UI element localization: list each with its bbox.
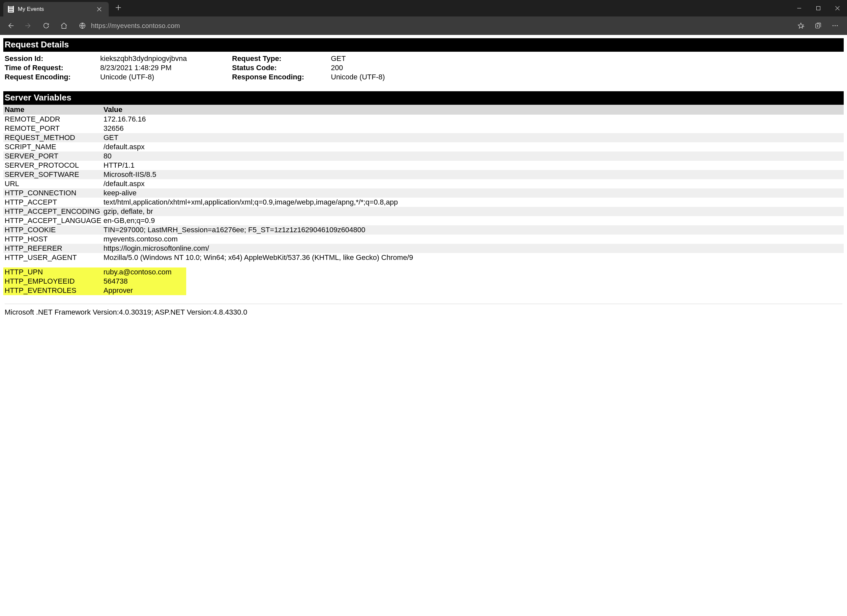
request-encoding-value: Unicode (UTF-8) [100,73,232,81]
server-var-row: SCRIPT_NAME/default.aspx [3,142,844,152]
server-vars-header: Name Value [3,105,844,115]
home-button[interactable] [56,18,72,34]
close-window-button[interactable] [828,0,847,16]
server-var-value: 564738 [103,277,185,286]
browser-tab[interactable]: My Events [3,2,109,16]
server-var-row: HTTP_ACCEPT_ENCODINGgzip, deflate, br [3,207,844,216]
server-var-value: ruby.a@contoso.com [103,268,185,276]
close-tab-button[interactable] [96,6,103,12]
svg-point-3 [832,25,834,27]
time-of-request-label: Time of Request: [4,63,100,72]
server-var-row: SERVER_PORT80 [3,152,844,161]
server-var-name: SERVER_SOFTWARE [4,170,103,179]
page-viewport[interactable]: Request Details Session Id: kiekszqbh3dy… [0,35,847,616]
server-var-value: Approver [103,286,185,295]
minimize-button[interactable] [789,0,809,16]
settings-menu-button[interactable] [827,18,843,34]
server-var-name: SERVER_PORT [4,152,103,161]
url-text: https://myevents.contoso.com [91,22,180,29]
back-button[interactable] [3,18,18,34]
request-type-label: Request Type: [232,55,331,63]
server-var-name: URL [4,180,103,188]
session-id-label: Session Id: [4,55,100,63]
request-type-value: GET [331,55,843,63]
request-encoding-label: Request Encoding: [4,73,100,81]
server-var-name: HTTP_CONNECTION [4,189,103,197]
refresh-button[interactable] [38,18,54,34]
highlighted-vars: HTTP_UPNruby.a@contoso.comHTTP_EMPLOYEEI… [3,267,844,295]
favorites-button[interactable] [793,18,809,34]
server-var-value: myevents.contoso.com [103,235,843,243]
site-identity-icon[interactable] [78,21,87,30]
window-controls [789,0,847,16]
server-var-row: HTTP_ACCEPT_LANGUAGEen-GB,en;q=0.9 [3,216,844,225]
server-var-row: HTTP_COOKIETIN=297000; LastMRH_Session=a… [3,225,844,234]
tab-title: My Events [18,6,44,13]
server-var-row: HTTP_REFERERhttps://login.microsoftonlin… [3,244,844,253]
server-var-value: gzip, deflate, br [103,207,843,216]
svg-point-4 [835,25,836,27]
session-id-value: kiekszqbh3dydnpiogvjbvna [100,55,232,63]
server-var-name: REMOTE_PORT [4,124,103,133]
server-var-value: keep-alive [103,189,843,197]
server-vars-body: REMOTE_ADDR172.16.76.16REMOTE_PORT32656R… [3,115,844,262]
framework-footer: Microsoft .NET Framework Version:4.0.303… [3,308,844,317]
collections-button[interactable] [810,18,826,34]
trace-page: Request Details Session Id: kiekszqbh3dy… [0,38,847,317]
highlighted-var-row: HTTP_UPNruby.a@contoso.com [3,267,186,277]
forward-button[interactable] [21,18,36,34]
request-details: Session Id: kiekszqbh3dydnpiogvjbvna Req… [3,52,844,91]
server-var-value: 80 [103,152,843,161]
server-var-value: /default.aspx [103,180,843,188]
server-var-row: HTTP_ACCEPTtext/html,application/xhtml+x… [3,197,844,207]
server-var-name: HTTP_EVENTROLES [4,286,103,295]
browser-window: My Events [0,0,847,616]
address-bar[interactable]: https://myevents.contoso.com [74,19,791,32]
svg-rect-0 [817,7,820,10]
highlighted-var-row: HTTP_EMPLOYEEID564738 [3,277,186,286]
server-var-name: HTTP_UPN [4,268,103,276]
status-code-label: Status Code: [232,63,331,72]
server-var-name: SCRIPT_NAME [4,143,103,151]
server-var-row: URL/default.aspx [3,179,844,189]
server-var-value: https://login.microsoftonline.com/ [103,244,843,253]
status-code-value: 200 [331,63,843,72]
server-var-value: Mozilla/5.0 (Windows NT 10.0; Win64; x64… [103,253,843,262]
server-var-row: HTTP_USER_AGENTMozilla/5.0 (Windows NT 1… [3,253,844,262]
server-var-name: REQUEST_METHOD [4,133,103,142]
page-icon [8,6,14,13]
request-details-heading: Request Details [3,38,844,52]
server-var-row: REMOTE_PORT32656 [3,124,844,133]
server-var-value: GET [103,133,843,142]
server-var-name: HTTP_ACCEPT_LANGUAGE [4,217,103,225]
server-var-name: HTTP_ACCEPT_ENCODING [4,207,103,216]
server-var-name: SERVER_PROTOCOL [4,161,103,169]
server-var-value: Microsoft-IIS/8.5 [103,170,843,179]
server-var-name: REMOTE_ADDR [4,115,103,124]
col-value: Value [103,105,843,114]
server-var-name: HTTP_HOST [4,235,103,243]
toolbar: https://myevents.contoso.com [0,16,847,35]
server-var-value: /default.aspx [103,143,843,151]
highlighted-var-row: HTTP_EVENTROLESApprover [3,286,186,295]
server-var-name: HTTP_REFERER [4,244,103,253]
server-var-value: HTTP/1.1 [103,161,843,169]
server-var-row: REMOTE_ADDR172.16.76.16 [3,115,844,124]
titlebar: My Events [0,0,847,16]
server-var-row: REQUEST_METHODGET [3,133,844,142]
server-var-value: en-GB,en;q=0.9 [103,217,843,225]
maximize-button[interactable] [809,0,828,16]
time-of-request-value: 8/23/2021 1:48:29 PM [100,63,232,72]
response-encoding-value: Unicode (UTF-8) [331,73,843,81]
col-name: Name [4,105,103,114]
server-var-name: HTTP_COOKIE [4,225,103,234]
svg-point-5 [837,25,838,27]
server-var-value: TIN=297000; LastMRH_Session=a16276ee; F5… [103,225,843,234]
server-var-value: text/html,application/xhtml+xml,applicat… [103,198,843,206]
server-var-value: 172.16.76.16 [103,115,843,124]
server-var-name: HTTP_USER_AGENT [4,253,103,262]
server-var-row: HTTP_CONNECTIONkeep-alive [3,189,844,197]
server-var-name: HTTP_ACCEPT [4,198,103,206]
new-tab-button[interactable] [114,2,123,15]
server-var-row: SERVER_SOFTWAREMicrosoft-IIS/8.5 [3,170,844,179]
